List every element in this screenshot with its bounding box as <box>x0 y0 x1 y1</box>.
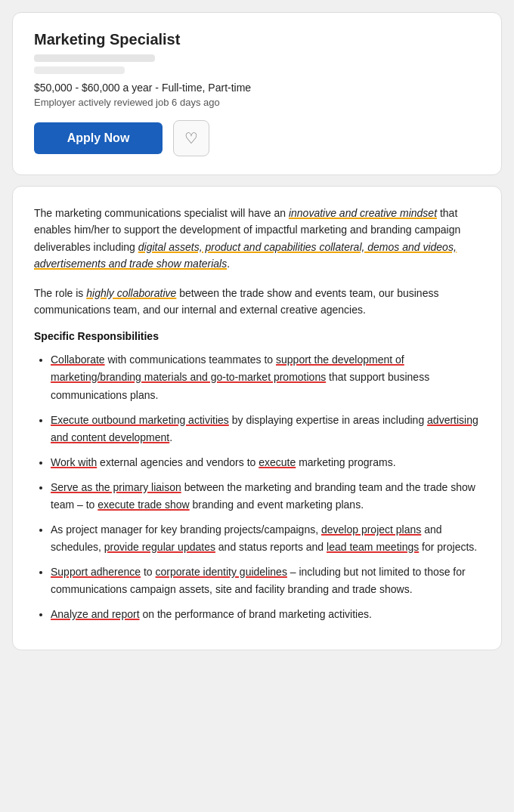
collab-text-1: The role is <box>34 287 86 299</box>
highlight-corporate-identity: corporate identity guidelines <box>156 566 287 578</box>
highlight-support-adherence: Support adherence <box>51 566 141 578</box>
highlight-innovative: innovative and creative mindset <box>289 207 437 219</box>
reviewed-line: Employer actively reviewed job 6 days ag… <box>34 97 480 108</box>
intro-text-1: The marketing communications specialist … <box>34 207 289 219</box>
save-job-button[interactable]: ♡ <box>173 120 209 156</box>
list-item: Support adherence to corporate identity … <box>51 563 480 598</box>
highlight-collaborative: highly collaborative <box>86 287 176 299</box>
salary-line: $50,000 - $60,000 a year - Full-time, Pa… <box>34 82 480 94</box>
apply-now-button[interactable]: Apply Now <box>34 122 163 154</box>
list-item: Serve as the primary liaison between the… <box>51 479 480 514</box>
job-header-card: Marketing Specialist $50,000 - $60,000 a… <box>12 12 502 175</box>
highlight-execute: execute <box>259 456 296 468</box>
list-item: Collaborate with communications teammate… <box>51 351 480 403</box>
highlight-develop-project-plans: develop project plans <box>321 523 421 536</box>
job-title: Marketing Specialist <box>34 31 480 48</box>
intro-paragraph: The marketing communications specialist … <box>34 205 480 273</box>
job-description-card: The marketing communications specialist … <box>12 186 502 650</box>
list-item: Work with external agencies and vendors … <box>51 454 480 471</box>
blurred-company-name <box>34 54 155 62</box>
blurred-company-location <box>34 66 125 74</box>
highlight-execute-trade-show: execute trade show <box>98 499 189 511</box>
highlight-provide-updates: provide regular updates <box>104 541 215 553</box>
highlight-lead-meetings: lead team meetings <box>327 541 419 553</box>
intro-period: . <box>227 258 230 270</box>
list-item: Execute outbound marketing activities by… <box>51 412 480 446</box>
highlight-primary-liaison: Serve as the primary liaison <box>51 481 181 493</box>
highlight-collaborate: Collaborate <box>51 354 105 366</box>
action-row: Apply Now ♡ <box>34 120 480 156</box>
responsibilities-list: Collaborate with communications teammate… <box>34 351 480 623</box>
highlight-work-with: Work with <box>51 456 97 468</box>
list-item: Analyze and report on the performance of… <box>51 606 480 623</box>
list-item: As project manager for key branding proj… <box>51 521 480 556</box>
heart-icon: ♡ <box>184 129 198 147</box>
collaborative-paragraph: The role is highly collaborative between… <box>34 285 480 319</box>
highlight-execute-outbound: Execute outbound marketing activities <box>51 414 229 426</box>
responsibilities-title: Specific Responsibilities <box>34 330 480 342</box>
highlight-analyze-report: Analyze and report <box>51 608 140 620</box>
